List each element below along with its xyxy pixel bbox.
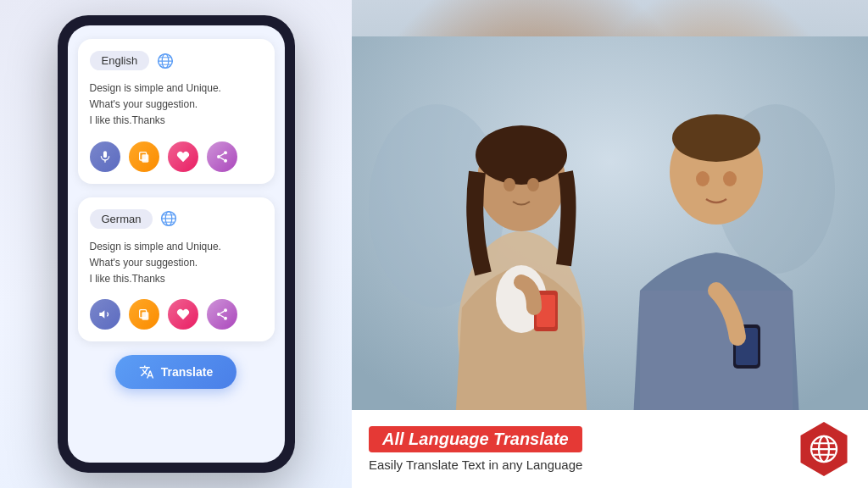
heart-button-target[interactable]	[168, 299, 198, 330]
svg-line-13	[220, 153, 224, 156]
svg-point-35	[527, 178, 539, 191]
banner-title: All Language Translate	[369, 426, 582, 452]
svg-point-9	[224, 151, 227, 154]
share-button-source[interactable]	[207, 141, 237, 172]
mic-button[interactable]	[90, 141, 120, 172]
source-translation-card: English Design is simple and Unique. Wh	[78, 39, 275, 184]
translate-button-label: Translate	[161, 365, 213, 379]
svg-rect-5	[103, 151, 107, 158]
translate-button[interactable]: Translate	[115, 355, 236, 389]
banner-icon	[797, 422, 851, 476]
svg-point-23	[217, 313, 220, 316]
svg-line-26	[220, 311, 224, 313]
phone-screen: English Design is simple and Unique. Wh	[68, 25, 285, 463]
bottom-banner: All Language Translate Easily Translate …	[352, 410, 868, 488]
source-text: Design is simple and Unique. What's your…	[90, 80, 263, 130]
svg-point-39	[672, 114, 760, 162]
speaker-button[interactable]	[90, 299, 120, 330]
source-card-header: English	[90, 51, 263, 70]
share-button-target[interactable]	[207, 299, 237, 330]
svg-point-24	[224, 317, 227, 320]
target-text: Design is simple and Unique. What's your…	[90, 239, 263, 288]
svg-line-25	[220, 315, 224, 318]
target-language-badge[interactable]: German	[90, 209, 153, 229]
svg-point-34	[504, 178, 515, 191]
target-globe-icon[interactable]	[159, 209, 178, 228]
target-translation-card: German Design is simple and Unique. Wha	[78, 197, 275, 342]
svg-point-33	[476, 125, 567, 185]
banner-globe-icon	[809, 434, 839, 464]
banner-content: All Language Translate Easily Translate …	[369, 426, 797, 472]
right-panel: All Language Translate Easily Translate …	[352, 0, 868, 488]
svg-rect-20	[142, 312, 148, 319]
svg-point-40	[696, 171, 709, 186]
svg-point-22	[224, 308, 227, 312]
banner-subtitle: Easily Translate Text in any Language	[369, 458, 797, 472]
source-globe-icon[interactable]	[156, 52, 175, 70]
heart-button-source[interactable]	[168, 141, 198, 172]
target-card-header: German	[90, 209, 263, 229]
left-panel: English Design is simple and Unique. Wh	[0, 0, 352, 488]
copy-button-source[interactable]	[129, 141, 159, 172]
svg-point-41	[723, 171, 737, 186]
target-card-actions	[90, 299, 263, 330]
source-card-actions	[90, 141, 263, 172]
phone-mockup: English Design is simple and Unique. Wh	[58, 15, 295, 473]
svg-line-12	[220, 158, 224, 160]
svg-point-10	[217, 155, 220, 158]
source-language-badge[interactable]: English	[90, 51, 150, 70]
svg-marker-19	[99, 310, 104, 318]
copy-button-target[interactable]	[129, 299, 159, 330]
svg-rect-7	[142, 154, 148, 162]
svg-point-11	[224, 158, 227, 162]
